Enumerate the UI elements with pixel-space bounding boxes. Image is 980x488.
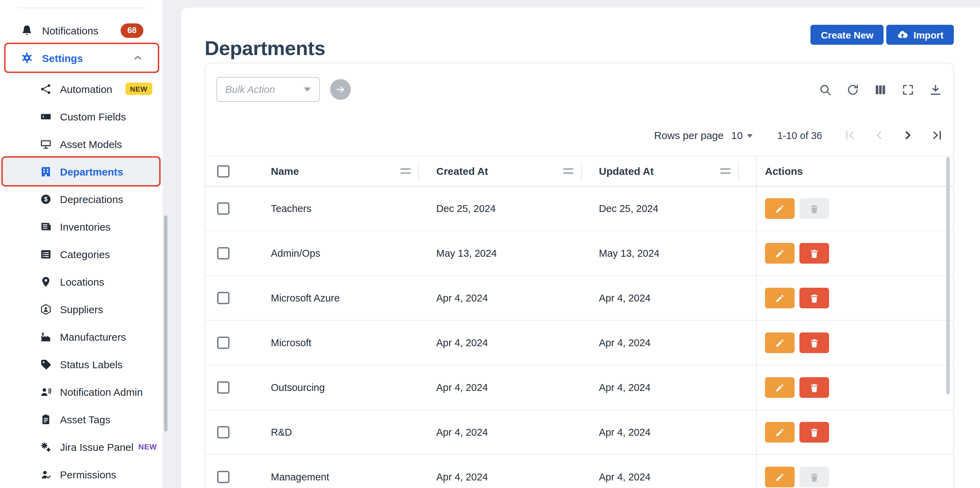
- cell-name: Management: [271, 472, 436, 483]
- delete-button: [799, 467, 829, 487]
- sidebar-item-asset-models[interactable]: Asset Models: [0, 130, 163, 158]
- download-icon[interactable]: [929, 83, 942, 97]
- sidebar-item-jira-issue-panel[interactable]: Jira Issue Panel NEW: [0, 433, 163, 461]
- sidebar-item-manufacturers[interactable]: Manufacturers: [0, 323, 163, 350]
- prev-page-icon[interactable]: [872, 129, 886, 142]
- row-checkbox[interactable]: [217, 247, 229, 260]
- fullscreen-icon[interactable]: [901, 83, 915, 97]
- edit-button[interactable]: [765, 422, 795, 442]
- pencil-icon: [775, 248, 785, 258]
- cell-name: R&D: [271, 427, 436, 438]
- sidebar-item-permissions[interactable]: Permissions: [0, 461, 163, 488]
- delete-button[interactable]: [799, 422, 829, 442]
- bulk-action-select[interactable]: Bulk Action: [216, 77, 320, 102]
- last-page-icon[interactable]: [931, 129, 943, 142]
- svg-text:$: $: [44, 195, 48, 202]
- table-scrollbar[interactable]: [946, 157, 950, 395]
- delete-button[interactable]: [799, 377, 829, 398]
- delete-button[interactable]: [799, 333, 829, 353]
- sidebar-item-departments[interactable]: Departments: [0, 158, 163, 185]
- row-checkbox[interactable]: [217, 202, 229, 215]
- sidebar-nav: Notifications 68 Settings Automation NEW…: [0, 16, 163, 488]
- cell-updated-at: Apr 4, 2024: [599, 293, 756, 304]
- asset-tags-icon: [40, 414, 52, 425]
- edit-button[interactable]: [765, 467, 795, 487]
- trash-icon: [809, 427, 819, 437]
- sidebar-divider: [19, 8, 144, 8]
- pagination-range: 1-10 of 36: [777, 130, 822, 141]
- sidebar-item-asset-tags[interactable]: Asset Tags: [0, 406, 163, 433]
- cell-name: Outsourcing: [271, 382, 436, 393]
- column-header-actions: Actions: [756, 156, 953, 186]
- pagination-controls: [843, 129, 943, 142]
- chevron-up-icon: [132, 52, 143, 63]
- cell-updated-at: Apr 4, 2024: [599, 427, 756, 438]
- row-checkbox[interactable]: [217, 292, 229, 304]
- status-labels-icon: [40, 358, 52, 370]
- rows-per-page-value: 10: [731, 129, 743, 141]
- search-icon[interactable]: [819, 83, 832, 97]
- chevron-down-icon: [304, 87, 311, 92]
- cell-actions: [756, 455, 953, 488]
- sidebar-scrollbar[interactable]: [164, 215, 167, 431]
- custom-fields-icon: [40, 111, 52, 122]
- pencil-icon: [775, 382, 785, 393]
- header-buttons: Create New Import: [810, 25, 954, 45]
- row-checkbox[interactable]: [217, 337, 229, 349]
- cell-created-at: Apr 4, 2024: [436, 427, 599, 438]
- table-row: Management Apr 4, 2024 Apr 4, 2024: [205, 455, 953, 488]
- edit-button[interactable]: [765, 288, 795, 308]
- sidebar-item-notifications[interactable]: Notifications 68: [0, 16, 163, 44]
- gear-icon: [21, 52, 33, 64]
- refresh-icon[interactable]: [846, 83, 859, 97]
- select-all-checkbox[interactable]: [217, 165, 229, 177]
- sidebar-item-locations[interactable]: Locations: [0, 268, 163, 295]
- column-menu-icon[interactable]: [401, 167, 411, 175]
- sidebar-item-categories[interactable]: Categories: [0, 240, 163, 268]
- delete-button[interactable]: [799, 288, 829, 308]
- trash-icon: [809, 293, 819, 303]
- cell-updated-at: Apr 4, 2024: [599, 382, 756, 393]
- column-menu-icon[interactable]: [720, 167, 730, 175]
- cell-created-at: Apr 4, 2024: [436, 472, 599, 483]
- next-page-icon[interactable]: [901, 129, 915, 142]
- sidebar-item-label: Settings: [42, 52, 83, 64]
- pencil-icon: [775, 203, 785, 214]
- delete-button[interactable]: [799, 243, 829, 264]
- first-page-icon[interactable]: [843, 129, 857, 142]
- rows-per-page-select[interactable]: 10: [731, 129, 752, 141]
- row-checkbox[interactable]: [217, 471, 229, 483]
- delete-button: [799, 198, 829, 219]
- column-menu-icon[interactable]: [563, 167, 573, 175]
- sidebar-item-custom-fields[interactable]: Custom Fields: [0, 103, 163, 130]
- bulk-action-placeholder: Bulk Action: [225, 84, 275, 95]
- edit-button[interactable]: [765, 377, 795, 398]
- table-row: R&D Apr 4, 2024 Apr 4, 2024: [205, 410, 953, 455]
- edit-button[interactable]: [765, 243, 795, 264]
- bulk-action-apply-button[interactable]: [330, 79, 351, 100]
- edit-button[interactable]: [765, 198, 795, 219]
- cell-updated-at: Dec 25, 2024: [599, 203, 756, 214]
- sidebar-item-status-labels[interactable]: Status Labels: [0, 350, 163, 378]
- cloud-upload-icon: [897, 29, 909, 41]
- column-view-icon[interactable]: [874, 83, 887, 97]
- sidebar-item-suppliers[interactable]: Suppliers: [0, 295, 163, 323]
- suppliers-icon: [40, 303, 52, 315]
- edit-button[interactable]: [765, 333, 795, 353]
- cell-actions: [756, 410, 953, 454]
- import-button[interactable]: Import: [887, 25, 954, 45]
- sidebar-item-automation[interactable]: Automation NEW: [0, 75, 163, 103]
- import-label: Import: [913, 29, 943, 40]
- sidebar-item-inventories[interactable]: Inventories: [0, 213, 163, 240]
- create-new-button[interactable]: Create New: [810, 25, 884, 45]
- sidebar-item-label: Inventories: [60, 220, 111, 232]
- sidebar-item-depreciations[interactable]: $ Depreciations: [0, 185, 163, 213]
- sidebar-item-label: Status Labels: [60, 358, 123, 370]
- sidebar-item-settings[interactable]: Settings: [0, 44, 163, 71]
- cell-actions: [756, 231, 953, 275]
- row-checkbox[interactable]: [217, 381, 229, 394]
- row-checkbox[interactable]: [217, 426, 229, 439]
- cell-updated-at: May 13, 2024: [599, 248, 756, 259]
- sidebar-item-notification-admin[interactable]: Notification Admin: [0, 378, 163, 406]
- sidebar: Notifications 68 Settings Automation NEW…: [0, 0, 163, 488]
